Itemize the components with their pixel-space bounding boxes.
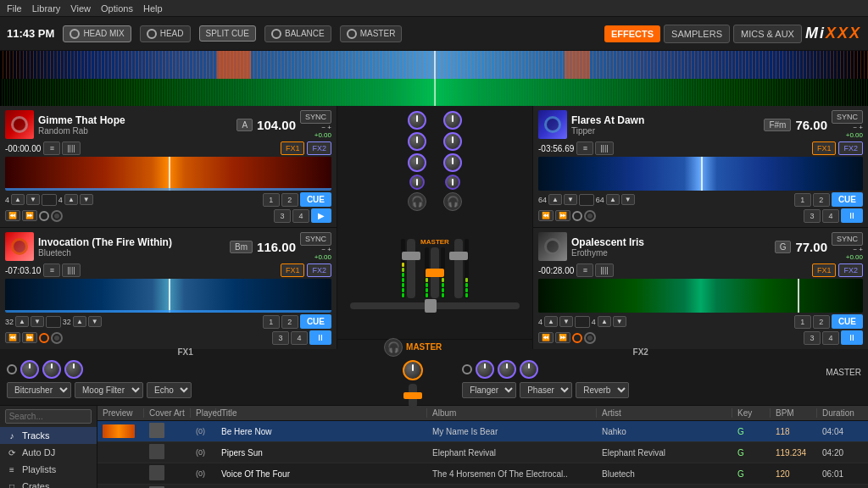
samplers-button[interactable]: SAMPLERS — [664, 25, 730, 43]
crossfader[interactable] — [350, 302, 520, 309]
ch2-gain-knob[interactable] — [445, 175, 460, 190]
deck2-btn3[interactable]: 3 — [272, 331, 289, 345]
deck3-loop-down[interactable]: ▼ — [564, 194, 577, 205]
deck2-btn1[interactable]: 1 — [263, 315, 280, 329]
deck1-eq-btn[interactable]: ≡ — [43, 141, 60, 155]
menu-view[interactable]: View — [70, 3, 91, 14]
deck4-beats-btn[interactable]: |||| — [595, 263, 613, 277]
deck3-loop2-up[interactable]: ▲ — [606, 194, 620, 205]
master-headphones-btn[interactable]: 🎧 — [384, 338, 403, 357]
deck1-fx2-button[interactable]: FX2 — [307, 141, 331, 155]
menu-library[interactable]: Library — [32, 3, 61, 14]
deck1-loop-up[interactable]: ▲ — [11, 194, 25, 205]
table-row[interactable]: (0) Voice Of The Four The 4 Horsemen Of … — [97, 463, 868, 485]
fx1-knob2[interactable] — [42, 360, 61, 379]
fx2-effect2-select[interactable]: Phaser — [520, 382, 572, 398]
mics-button[interactable]: MICS & AUX — [733, 25, 802, 43]
ch2-fader[interactable] — [454, 239, 463, 298]
deck1-loop2-down[interactable]: ▼ — [80, 194, 93, 205]
deck1-loop2-up[interactable]: ▲ — [64, 194, 78, 205]
deck3-rew-btn[interactable]: ⏪ — [538, 210, 554, 221]
deck1-btn3[interactable]: 3 — [274, 209, 291, 223]
deck3-vinyl[interactable] — [584, 210, 596, 222]
menu-help[interactable]: Help — [143, 3, 163, 14]
fx1-knob3[interactable] — [64, 360, 83, 379]
sidebar-item-playlists[interactable]: ≡ Playlists — [0, 461, 97, 478]
ch1-high-knob[interactable] — [408, 111, 426, 130]
deck4-btn3[interactable]: 3 — [804, 331, 821, 345]
table-row[interactable]: (0) We're All Human Stand Up Christina H… — [97, 485, 868, 488]
deck1-waveform[interactable] — [5, 157, 331, 191]
sidebar-item-autodj[interactable]: ⟳ Auto DJ — [0, 444, 97, 461]
fx2-knob2[interactable] — [498, 360, 516, 379]
deck3-btn3[interactable]: 3 — [804, 209, 821, 223]
deck3-pause-button[interactable]: ⏸ — [841, 208, 863, 223]
ch2-headphones-btn[interactable]: 🎧 — [443, 192, 462, 211]
deck3-fx1-button[interactable]: FX1 — [812, 141, 837, 155]
deck2-beats-btn[interactable]: |||| — [62, 263, 80, 277]
deck4-btn1[interactable]: 1 — [794, 315, 811, 329]
deck3-btn2[interactable]: 2 — [813, 193, 830, 207]
fx2-knob3[interactable] — [520, 360, 538, 379]
ch2-high-knob[interactable] — [443, 111, 462, 130]
deck2-fx1-button[interactable]: FX1 — [281, 263, 305, 277]
deck1-loop-down[interactable]: ▼ — [26, 194, 40, 205]
deck4-loop-up[interactable]: ▲ — [544, 316, 558, 327]
fx1-power-icon[interactable] — [7, 364, 17, 374]
fx1-effect2-select[interactable]: Moog Filter — [75, 382, 143, 398]
deck3-btn4[interactable]: 4 — [822, 209, 839, 223]
effects-button[interactable]: EFFECTS — [604, 25, 660, 42]
ch1-headphones-btn[interactable]: 🎧 — [408, 192, 426, 211]
deck4-btn4[interactable]: 4 — [822, 331, 839, 345]
deck2-loop-down[interactable]: ▼ — [31, 316, 44, 327]
fx1-effect1-select[interactable]: Bitcrusher — [7, 382, 71, 398]
menu-file[interactable]: File — [7, 3, 22, 14]
deck1-fx1-button[interactable]: FX1 — [281, 141, 305, 155]
deck4-loop2-up[interactable]: ▲ — [598, 316, 611, 327]
deck2-sync-button[interactable]: SYNC — [300, 232, 331, 246]
ch1-low-knob[interactable] — [408, 153, 426, 172]
deck1-play-button[interactable]: ▶ — [311, 208, 331, 223]
fx1-effect3-select[interactable]: Echo — [147, 382, 192, 398]
fx1-knob1[interactable] — [20, 360, 39, 379]
deck1-btn4[interactable]: 4 — [292, 209, 309, 223]
deck1-rew-btn[interactable]: ⏪ — [5, 210, 20, 221]
deck3-cue-button[interactable]: CUE — [832, 192, 863, 207]
deck2-waveform[interactable] — [5, 279, 331, 313]
deck2-fx2-button[interactable]: FX2 — [307, 263, 331, 277]
search-input[interactable] — [5, 409, 92, 424]
deck3-fwd-btn[interactable]: ⏩ — [555, 210, 570, 221]
deck2-eq-btn[interactable]: ≡ — [43, 263, 60, 277]
deck4-vinyl[interactable] — [584, 332, 596, 344]
headmix-button[interactable]: HEAD MIX — [63, 25, 131, 42]
deck2-fwd-btn[interactable]: ⏩ — [22, 332, 37, 343]
deck3-beats-btn[interactable]: |||| — [595, 141, 613, 155]
master-button[interactable]: MASTER — [340, 25, 403, 42]
splitcue-button[interactable]: SPLIT CUE — [199, 25, 257, 42]
deck1-vinyl[interactable] — [51, 210, 63, 222]
waveform-overview[interactable] — [0, 51, 868, 106]
deck2-loop2-down[interactable]: ▼ — [88, 316, 102, 327]
deck2-cue-button[interactable]: CUE — [300, 314, 331, 329]
deck4-pause-button[interactable]: ⏸ — [841, 330, 863, 345]
deck2-vinyl[interactable] — [51, 332, 63, 344]
deck2-btn2[interactable]: 2 — [281, 315, 298, 329]
deck2-loop-in-btn[interactable] — [46, 316, 61, 328]
sidebar-item-tracks[interactable]: ♪ Tracks — [0, 427, 97, 444]
fx2-effect3-select[interactable]: Reverb — [576, 382, 629, 398]
deck1-loop-in-btn[interactable] — [42, 194, 57, 206]
deck3-loop-up[interactable]: ▲ — [548, 194, 562, 205]
fx2-power-icon[interactable] — [462, 364, 472, 374]
master-fader[interactable] — [431, 247, 439, 298]
deck4-cue-button[interactable]: CUE — [832, 314, 863, 329]
deck1-power-btn[interactable] — [39, 211, 49, 221]
deck4-rew-btn[interactable]: ⏪ — [538, 332, 554, 343]
deck2-rew-btn[interactable]: ⏪ — [5, 332, 20, 343]
deck3-fx2-button[interactable]: FX2 — [838, 141, 863, 155]
fx2-effect1-select[interactable]: Flanger — [462, 382, 516, 398]
head-button[interactable]: HEAD — [140, 25, 191, 42]
deck3-waveform[interactable] — [538, 157, 863, 191]
ch1-mid-knob[interactable] — [408, 132, 426, 151]
deck4-waveform[interactable] — [538, 279, 863, 313]
ch2-mid-knob[interactable] — [443, 132, 462, 151]
